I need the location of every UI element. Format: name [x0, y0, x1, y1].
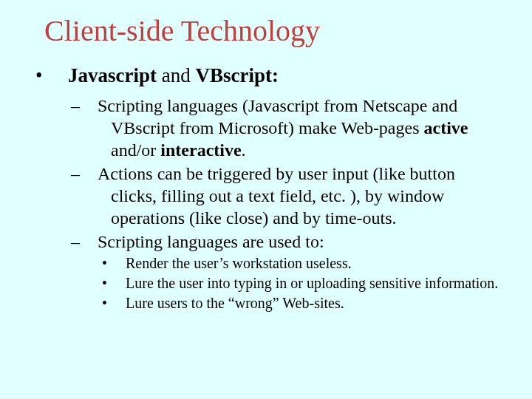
bullet-icon: •: [114, 294, 126, 313]
dash-icon: –: [84, 163, 98, 185]
sub2-item: •Render the user’s workstation useless.: [126, 254, 502, 273]
sub-text: Scripting languages (Javascript from Net…: [98, 96, 457, 137]
bullet-icon: •: [114, 274, 126, 293]
slide-title: Client-side Technology: [44, 13, 502, 48]
sub2-text: Lure the user into typing in or uploadin…: [126, 275, 498, 291]
sub2-item: •Lure users to the “wrong” Web-sites.: [126, 294, 502, 313]
dash-icon: –: [84, 231, 98, 253]
bullet-icon: •: [114, 254, 126, 273]
bullet-level1: •Javascript and VBscript:: [68, 64, 502, 87]
sub-text: Scripting languages are used to:: [98, 232, 324, 251]
sub2-text: Lure users to the “wrong” Web-sites.: [126, 295, 344, 311]
slide: Client-side Technology •Javascript and V…: [0, 0, 532, 399]
sub-item: –Scripting languages (Javascript from Ne…: [98, 95, 502, 161]
sub-text: and/or: [111, 140, 160, 160]
sub-item: –Scripting languages are used to:: [98, 231, 502, 253]
sub-strong: interactive: [160, 140, 241, 160]
dash-icon: –: [84, 95, 98, 117]
sub-text: Actions can be triggered by user input (…: [98, 164, 455, 228]
sub-strong: active: [424, 118, 468, 137]
sub-text: .: [242, 140, 246, 160]
sub2-list: •Render the user’s workstation useless. …: [126, 254, 502, 313]
sub2-item: •Lure the user into typing in or uploadi…: [126, 274, 502, 293]
sub2-text: Render the user’s workstation useless.: [126, 255, 352, 271]
bullet-icon: •: [52, 64, 68, 87]
sub-list: –Scripting languages (Javascript from Ne…: [98, 95, 502, 253]
lvl1-text-mid: and: [157, 64, 195, 86]
lvl1-strong-1: Javascript: [68, 64, 157, 86]
lvl1-strong-2: VBscript:: [195, 64, 278, 86]
sub-item: –Actions can be triggered by user input …: [98, 163, 502, 229]
